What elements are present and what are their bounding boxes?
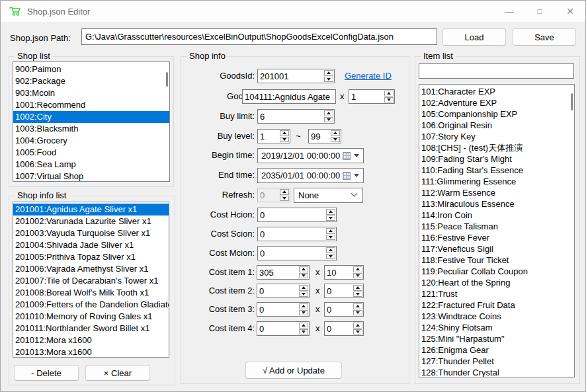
spin-up-button[interactable] <box>299 303 308 309</box>
shop-info-listbox[interactable]: 201001:Agnidus Agate Sliver x1201002:Var… <box>13 202 169 358</box>
list-item[interactable]: 128:Thunder Crystal <box>419 367 574 377</box>
goods-input[interactable] <box>243 90 335 103</box>
goods-count-spinner[interactable] <box>349 89 395 104</box>
spin-down-button[interactable] <box>331 137 340 143</box>
spin-down-button[interactable] <box>353 273 362 279</box>
list-item[interactable]: 902:Package <box>13 75 169 87</box>
buy-level-min-input[interactable] <box>258 130 279 143</box>
end-time-picker[interactable]: 2035/01/01 00:00:00 <box>257 168 364 183</box>
buy-level-min-spinner[interactable] <box>257 129 290 143</box>
spin-up-button[interactable] <box>299 285 308 291</box>
list-item[interactable]: 900:Paimon <box>13 63 169 75</box>
list-item[interactable]: 116:Festive Fever <box>419 232 574 243</box>
list-item[interactable]: 1003:Blacksmith <box>13 123 169 135</box>
generate-id-link[interactable]: Generate ID <box>345 69 392 83</box>
buy-limit-input[interactable] <box>258 110 323 123</box>
cost-item-3-id-spinner[interactable] <box>257 302 310 317</box>
goodsid-spinner[interactable] <box>257 69 335 83</box>
cost-mcion-input[interactable] <box>258 247 325 260</box>
list-item[interactable]: 125:Mini "Harpastum" <box>419 333 574 344</box>
list-item[interactable]: 201006:Vajrada Amethyst Sliver x1 <box>13 263 169 275</box>
cost-scion-spinner[interactable] <box>257 227 337 241</box>
spin-up-button[interactable] <box>353 303 362 309</box>
cost-item-2-id-input[interactable] <box>257 284 298 297</box>
spin-up-button[interactable] <box>280 130 289 136</box>
spin-up-button[interactable] <box>326 228 335 234</box>
spin-up-button[interactable] <box>299 266 308 272</box>
list-item[interactable]: 201012:Mora x1600 <box>13 334 169 346</box>
list-item[interactable]: 1002:City <box>13 111 169 123</box>
cost-item-4-count-spinner[interactable] <box>324 321 364 336</box>
list-item[interactable]: 112:Warm Essence <box>419 187 574 198</box>
dropdown-arrow-icon[interactable] <box>354 154 359 157</box>
spin-up-button[interactable] <box>324 70 333 76</box>
cost-item-1-id-input[interactable] <box>257 266 298 279</box>
list-item[interactable]: 201007:Tile of Decarabian's Tower x1 <box>13 275 169 287</box>
list-item[interactable]: 123:Windtrace Coins <box>419 311 574 322</box>
item-list-scrollbar[interactable] <box>571 93 573 110</box>
spin-down-button[interactable] <box>280 137 289 143</box>
list-item[interactable]: 109:Fading Star's Might <box>419 153 574 165</box>
list-item[interactable]: 201013:Mora x1600 <box>13 346 169 358</box>
list-item[interactable]: 124:Shiny Flotsam <box>419 322 574 333</box>
cost-item-1-id-spinner[interactable] <box>257 265 310 280</box>
spin-up-button[interactable] <box>353 323 362 329</box>
spin-down-button[interactable] <box>299 329 308 335</box>
list-item[interactable]: 1004:Grocery <box>13 135 169 147</box>
list-item[interactable]: 201004:Shivada Jade Sliver x1 <box>13 239 169 251</box>
list-item[interactable]: 1001:Recommend <box>13 99 169 111</box>
buy-limit-spinner[interactable] <box>257 109 335 124</box>
spin-up-button[interactable] <box>384 91 394 97</box>
list-item[interactable]: 115:Peace Talisman <box>419 221 574 232</box>
cost-item-1-count-spinner[interactable] <box>324 265 364 280</box>
spin-down-button[interactable] <box>324 117 333 123</box>
goodsid-input[interactable] <box>258 69 323 83</box>
spin-down-button[interactable] <box>326 254 335 260</box>
save-button[interactable]: Save <box>513 28 576 46</box>
cost-hcion-spinner[interactable] <box>257 208 337 222</box>
refresh-mode-combobox[interactable]: None <box>294 188 363 203</box>
spin-up-button[interactable] <box>324 110 333 116</box>
list-item[interactable]: 201008:Boreal Wolf's Milk Tooth x1 <box>13 287 169 299</box>
goods-box[interactable] <box>242 89 336 104</box>
spin-up-button[interactable] <box>353 285 362 291</box>
list-item[interactable]: 102:Adventure EXP <box>419 97 574 108</box>
add-or-update-button[interactable]: √ Add or Update <box>245 362 342 379</box>
list-item[interactable]: 903:Mcoin <box>13 87 169 99</box>
list-item[interactable]: 201003:Vayuda Turquoise Sliver x1 <box>13 227 169 239</box>
list-item[interactable]: 201001:Agnidus Agate Sliver x1 <box>13 204 169 216</box>
list-item[interactable]: 101:Character EXP <box>419 86 574 97</box>
cost-item-1-count-input[interactable] <box>325 266 353 279</box>
spin-down-button[interactable] <box>299 310 308 316</box>
maximize-button[interactable]: □ <box>524 1 555 22</box>
spin-up-button[interactable] <box>299 323 308 329</box>
cost-item-3-count-spinner[interactable] <box>324 302 364 317</box>
cost-hcion-input[interactable] <box>258 208 325 221</box>
list-item[interactable]: 105:Companionship EXP <box>419 108 574 120</box>
path-input[interactable] <box>81 28 437 45</box>
cost-item-2-count-spinner[interactable] <box>324 284 364 298</box>
list-item[interactable]: 1005:Food <box>13 147 169 159</box>
list-item[interactable]: 122:Fractured Fruit Data <box>419 299 574 311</box>
cost-item-4-id-spinner[interactable] <box>257 321 310 336</box>
list-item[interactable]: 106:Original Resin <box>419 120 574 131</box>
cost-item-3-id-input[interactable] <box>257 303 298 316</box>
list-item[interactable]: 119:Peculiar Collab Coupon <box>419 266 574 277</box>
cost-mcion-spinner[interactable] <box>257 246 337 260</box>
spin-down-button[interactable] <box>353 329 362 335</box>
list-item[interactable]: 108:[CHS] - (test)天体推演 <box>419 142 574 153</box>
list-item[interactable]: 114:Iron Coin <box>419 210 574 221</box>
close-button[interactable]: ✕ <box>555 1 585 22</box>
list-item[interactable]: 201002:Varunada Lazurite Sliver x1 <box>13 216 169 227</box>
cost-item-2-count-input[interactable] <box>325 284 353 297</box>
list-item[interactable]: 110:Fading Star's Essence <box>419 165 574 176</box>
spin-down-button[interactable] <box>326 235 335 241</box>
spin-down-button[interactable] <box>384 97 394 103</box>
cost-item-2-id-spinner[interactable] <box>257 284 310 298</box>
list-item[interactable]: 107:Story Key <box>419 131 574 142</box>
load-button[interactable]: Load <box>442 28 506 46</box>
cost-scion-input[interactable] <box>258 227 325 241</box>
list-item[interactable]: 1006:Sea Lamp <box>13 159 169 171</box>
list-item[interactable]: 201005:Prithiva Topaz Sliver x1 <box>13 251 169 263</box>
list-item[interactable]: 118:Festive Tour Ticket <box>419 255 574 266</box>
